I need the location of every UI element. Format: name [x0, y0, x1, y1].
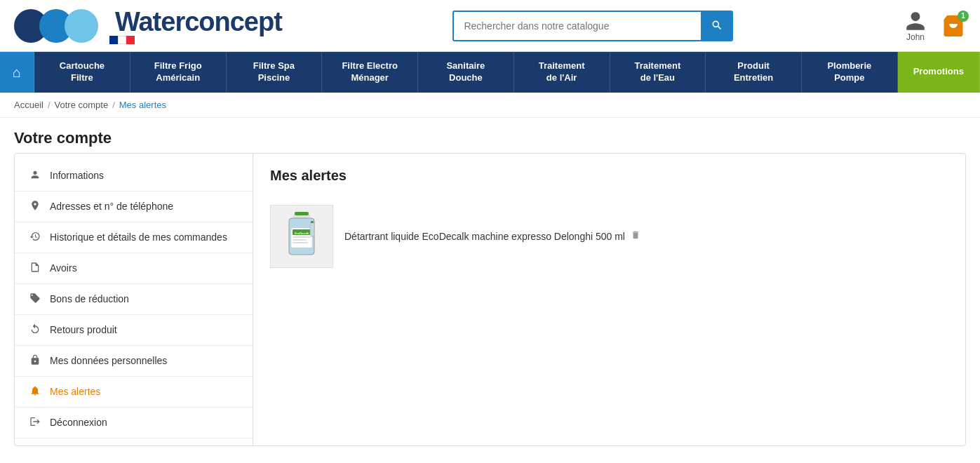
- user-account-link[interactable]: John: [904, 10, 927, 42]
- breadcrumb-sep-1: /: [48, 100, 51, 110]
- navigation: ⌂ CartoucheFiltre Filtre FrigoAméricain …: [0, 52, 980, 93]
- logo-circles: [14, 9, 98, 43]
- trash-icon: [631, 230, 640, 240]
- product-name: Détartrant liquide EcoDecalk machine exp…: [344, 230, 640, 242]
- sidebar-item-informations[interactable]: Informations: [15, 161, 253, 192]
- logo-text: Waterconcept: [115, 7, 282, 37]
- logout-icon: [29, 416, 41, 429]
- nav-produit-entretien[interactable]: ProduitEntretien: [706, 52, 802, 93]
- search-box: [452, 11, 733, 41]
- history-icon: [29, 231, 41, 244]
- bell-icon: [29, 385, 41, 398]
- header: Waterconcept John 1: [0, 0, 980, 52]
- user-icon: [904, 10, 927, 32]
- document-icon: [29, 262, 41, 275]
- page-title-area: Votre compte: [0, 118, 980, 153]
- breadcrumb-votre-compte[interactable]: Votre compte: [55, 100, 109, 110]
- tag-icon: [29, 293, 41, 306]
- svg-rect-9: [295, 212, 309, 215]
- nav-traitement-air[interactable]: Traitementde l'Air: [514, 52, 610, 93]
- svg-rect-8: [293, 242, 308, 243]
- alerts-section: Mes alertes EcoDecalk: [253, 154, 965, 445]
- sidebar-item-historique[interactable]: Historique et détails de mes commandes: [15, 222, 253, 253]
- search-area: [452, 11, 733, 41]
- delete-alert-button[interactable]: [631, 230, 640, 242]
- header-icons: John 1: [904, 10, 966, 42]
- search-button[interactable]: [701, 12, 732, 40]
- nav-filtre-electro[interactable]: Filtre ElectroMénager: [322, 52, 418, 93]
- nav-plomberie[interactable]: PlomberiePompe: [802, 52, 898, 93]
- person-icon: [29, 169, 41, 182]
- page-title: Votre compte: [14, 129, 966, 147]
- return-icon: [29, 323, 41, 337]
- cart-link[interactable]: 1: [941, 13, 966, 39]
- content-card: Informations Adresses et n° de téléphone…: [14, 153, 966, 446]
- sidebar-item-donnees[interactable]: Mes données personnelles: [15, 346, 253, 377]
- account-sidebar: Informations Adresses et n° de téléphone…: [15, 154, 253, 445]
- sidebar-item-avoirs[interactable]: Avoirs: [15, 253, 253, 284]
- sidebar-label-donnees: Mes données personnelles: [50, 355, 167, 366]
- user-name: John: [906, 32, 925, 42]
- nav-filtre-spa[interactable]: Filtre SpaPiscine: [227, 52, 323, 93]
- search-icon: [711, 19, 722, 30]
- nav-cartouche-filtre[interactable]: CartoucheFiltre: [34, 52, 130, 93]
- svg-text:EcoDecalk: EcoDecalk: [295, 232, 309, 235]
- sidebar-item-adresses[interactable]: Adresses et n° de téléphone: [15, 192, 253, 222]
- nav-sanitaire[interactable]: SanitaireDouche: [418, 52, 514, 93]
- svg-rect-11: [311, 221, 314, 223]
- product-name-text: Détartrant liquide EcoDecalk machine exp…: [344, 231, 625, 242]
- alert-item: EcoDecalk Détartrant liquide EcoDecalk m…: [270, 198, 948, 275]
- search-input[interactable]: [454, 13, 701, 39]
- location-icon: [29, 200, 41, 213]
- svg-rect-6: [293, 236, 311, 238]
- main-content: Informations Adresses et n° de téléphone…: [0, 153, 980, 463]
- sidebar-label-bons: Bons de réduction: [50, 293, 129, 304]
- nav-promotions[interactable]: Promotions: [898, 52, 980, 93]
- logo-area: Waterconcept: [14, 7, 282, 44]
- sidebar-item-bons[interactable]: Bons de réduction: [15, 284, 253, 315]
- breadcrumb-current: Mes alertes: [119, 100, 166, 110]
- sidebar-item-deconnexion[interactable]: Déconnexion: [15, 408, 253, 438]
- product-image[interactable]: EcoDecalk: [270, 205, 333, 268]
- lock-icon: [29, 354, 41, 368]
- breadcrumb-sep-2: /: [112, 100, 115, 110]
- breadcrumb: Accueil / Votre compte / Mes alertes: [0, 93, 980, 118]
- breadcrumb-accueil[interactable]: Accueil: [14, 100, 43, 110]
- sidebar-label-avoirs: Avoirs: [50, 262, 77, 274]
- nav-traitement-eau[interactable]: Traitementde l'Eau: [610, 52, 706, 93]
- sidebar-label-retours: Retours produit: [50, 324, 117, 335]
- sidebar-label-deconnexion: Déconnexion: [50, 417, 107, 428]
- svg-rect-7: [293, 239, 307, 241]
- cart-badge: 1: [958, 11, 969, 22]
- sidebar-label-informations: Informations: [50, 170, 104, 181]
- sidebar-item-retours[interactable]: Retours produit: [15, 315, 253, 346]
- alerts-title: Mes alertes: [270, 168, 948, 184]
- nav-filtre-frigo[interactable]: Filtre FrigoAméricain: [130, 52, 227, 93]
- sidebar-item-alertes[interactable]: Mes alertes: [15, 377, 253, 408]
- sidebar-label-alertes: Mes alertes: [50, 386, 100, 397]
- product-img-svg: EcoDecalk: [274, 208, 330, 264]
- logo-circle-light: [65, 9, 98, 43]
- svg-rect-10: [310, 222, 314, 236]
- sidebar-label-adresses: Adresses et n° de téléphone: [50, 201, 173, 212]
- sidebar-label-historique: Historique et détails de mes commandes: [50, 232, 227, 243]
- nav-home[interactable]: ⌂: [0, 52, 34, 93]
- home-icon: ⌂: [13, 63, 21, 81]
- french-flag: [109, 36, 135, 44]
